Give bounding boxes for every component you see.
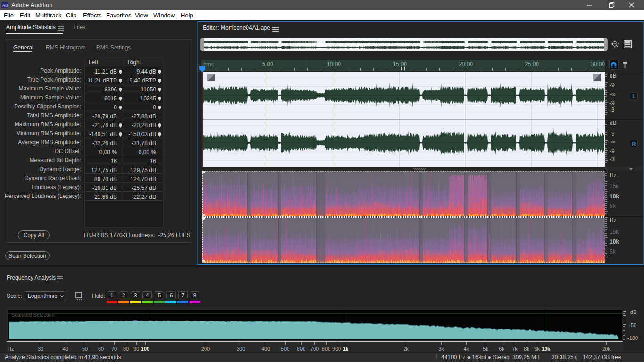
svg-text:dB: dB bbox=[630, 309, 636, 315]
svg-text:20:00: 20:00 bbox=[459, 61, 473, 67]
svg-text:500: 500 bbox=[281, 346, 289, 352]
svg-text:Hz: Hz bbox=[8, 346, 14, 352]
svg-text:200: 200 bbox=[201, 346, 210, 352]
svg-text:70: 70 bbox=[111, 346, 117, 352]
svg-text:20k: 20k bbox=[602, 346, 611, 352]
svg-text:7k: 7k bbox=[512, 346, 518, 352]
svg-text:60: 60 bbox=[98, 346, 104, 352]
svg-text:10:00: 10:00 bbox=[327, 61, 341, 67]
svg-text:5:00: 5:00 bbox=[262, 61, 273, 67]
svg-text:10k: 10k bbox=[542, 346, 551, 352]
svg-text:100: 100 bbox=[141, 346, 149, 352]
svg-text:25:00: 25:00 bbox=[525, 61, 539, 67]
svg-text:-100: -100 bbox=[627, 335, 638, 341]
svg-text:2k: 2k bbox=[403, 346, 409, 352]
svg-text:-50: -50 bbox=[629, 322, 636, 328]
svg-text:30:00: 30:00 bbox=[591, 61, 605, 67]
svg-text:300: 300 bbox=[237, 346, 245, 352]
svg-text:3k: 3k bbox=[438, 346, 444, 352]
svg-text:90: 90 bbox=[133, 346, 139, 352]
svg-text:80: 80 bbox=[123, 346, 129, 352]
svg-text:9k: 9k bbox=[534, 346, 540, 352]
svg-text:50: 50 bbox=[82, 346, 88, 352]
svg-text:30: 30 bbox=[38, 346, 43, 352]
svg-text:15:00: 15:00 bbox=[393, 61, 407, 67]
svg-text:5k: 5k bbox=[483, 346, 488, 352]
svg-text:6k: 6k bbox=[499, 346, 504, 352]
svg-text:40: 40 bbox=[63, 346, 68, 352]
svg-text:1k: 1k bbox=[343, 346, 349, 352]
svg-text:900: 900 bbox=[332, 346, 341, 352]
svg-text:4k: 4k bbox=[463, 346, 469, 352]
svg-text:800: 800 bbox=[322, 346, 330, 352]
svg-text:8k: 8k bbox=[524, 346, 529, 352]
svg-text:400: 400 bbox=[262, 346, 270, 352]
svg-text:Scanned Selection: Scanned Selection bbox=[11, 312, 55, 318]
svg-text:700: 700 bbox=[310, 346, 319, 352]
svg-text:600: 600 bbox=[297, 346, 305, 352]
